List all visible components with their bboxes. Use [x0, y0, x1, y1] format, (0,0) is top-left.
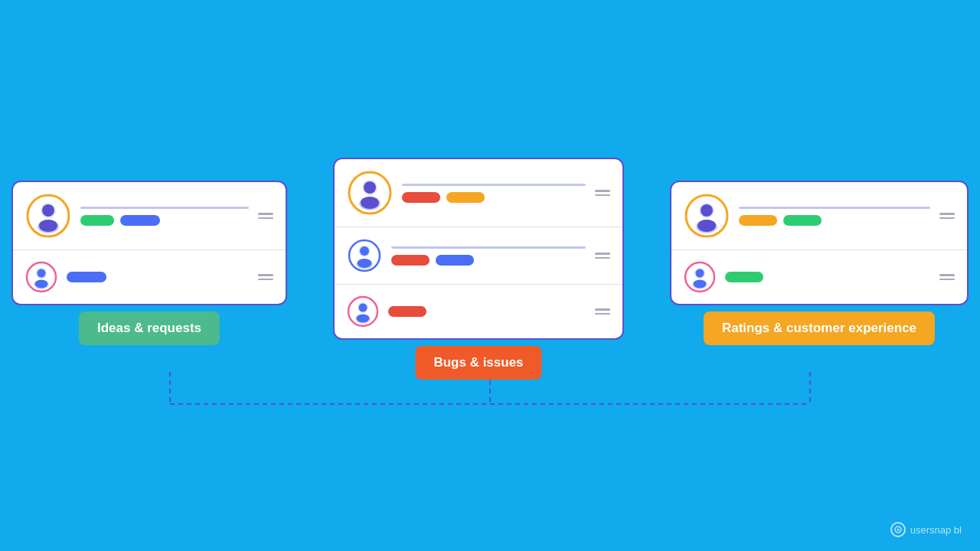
- tags-bugs-2: [391, 255, 586, 266]
- ideas-row-2: [13, 250, 286, 304]
- svg-point-19: [358, 259, 372, 268]
- tag-orange-1: [446, 192, 485, 203]
- tags-2: [67, 272, 249, 282]
- menu-icon-b1: [595, 190, 610, 196]
- line-full-b2: [391, 246, 586, 249]
- logo-circle: [890, 522, 906, 537]
- menu-icon-r1: [939, 213, 955, 219]
- svg-point-36: [897, 529, 899, 531]
- ratings-row-2: [671, 250, 967, 304]
- menu-icon-r2: [939, 274, 955, 280]
- tag-yellow-r1: [739, 215, 777, 226]
- svg-point-17: [360, 246, 369, 256]
- svg-point-32: [696, 269, 704, 278]
- tags-1: [80, 215, 249, 226]
- tag-red-2: [391, 255, 430, 266]
- svg-point-29: [697, 220, 716, 232]
- bugs-badge: Bugs & issues: [415, 346, 541, 380]
- ideas-card-wrapper: Ideas & requests: [11, 181, 287, 305]
- tags-ratings-1: [739, 215, 930, 226]
- tag-blue: [120, 215, 160, 226]
- tag-green-r1: [783, 215, 822, 226]
- line-full: [80, 207, 249, 209]
- tag-green: [80, 215, 114, 226]
- lines-ratings-1: [739, 207, 930, 226]
- avatar-bugs-3: [347, 295, 379, 328]
- lines-bugs-2: [391, 246, 586, 266]
- lines-ratings-2: [725, 272, 930, 282]
- tag-blue-b2: [436, 255, 474, 266]
- menu-icon-b2: [595, 253, 610, 259]
- tags-bugs-1: [402, 192, 586, 203]
- lines-bugs-1: [402, 184, 586, 203]
- lines-2: [67, 272, 249, 282]
- avatar-bugs-1: [347, 170, 393, 216]
- line-full-b1: [402, 184, 586, 186]
- bugs-row-1: [335, 159, 622, 227]
- logo-text: usersnap bl: [910, 524, 962, 536]
- avatar-ratings-1: [684, 193, 730, 239]
- tag-red-1: [402, 192, 440, 203]
- ratings-badge: Ratings & customer experience: [704, 311, 935, 345]
- ratings-row-1: [671, 182, 967, 250]
- ratings-card: [670, 181, 969, 305]
- bugs-row-3: [335, 285, 622, 338]
- svg-point-4: [39, 220, 57, 232]
- svg-point-14: [361, 197, 379, 209]
- lines-1: [80, 207, 249, 226]
- svg-point-27: [701, 204, 713, 217]
- svg-point-2: [42, 204, 54, 217]
- tag-red-3: [388, 306, 426, 317]
- avatar-bugs-2: [347, 238, 382, 273]
- avatar-user-2: [25, 261, 57, 293]
- tags-bugs-3: [388, 306, 586, 317]
- line-full-r1: [739, 207, 930, 209]
- menu-icon-b3: [595, 308, 610, 315]
- bugs-row-2: [335, 227, 622, 285]
- ideas-card: [11, 181, 287, 305]
- ratings-card-wrapper: Ratings & customer experience: [670, 181, 969, 305]
- lines-bugs-3: [388, 306, 586, 317]
- tag-green-r2: [725, 272, 763, 282]
- bugs-card: [333, 158, 624, 340]
- tags-ratings-2: [725, 272, 930, 282]
- bugs-card-wrapper: Bugs & issues: [333, 158, 624, 340]
- svg-point-12: [364, 181, 376, 194]
- menu-icon-1: [258, 213, 273, 219]
- avatar-ratings-2: [684, 261, 716, 293]
- svg-point-34: [694, 280, 707, 289]
- tag-blue-2: [67, 272, 106, 282]
- cards-container: Ideas & requests: [11, 181, 969, 340]
- svg-point-7: [38, 269, 46, 278]
- ideas-row-1: [13, 182, 286, 250]
- svg-point-24: [357, 315, 370, 323]
- usersnap-logo: usersnap bl: [890, 522, 962, 537]
- menu-icon-2: [258, 274, 273, 280]
- scene: Ideas & requests: [0, 0, 980, 551]
- svg-point-9: [35, 280, 48, 289]
- ideas-badge: Ideas & requests: [79, 311, 220, 345]
- avatar-user-1: [25, 193, 71, 239]
- svg-point-22: [359, 304, 368, 312]
